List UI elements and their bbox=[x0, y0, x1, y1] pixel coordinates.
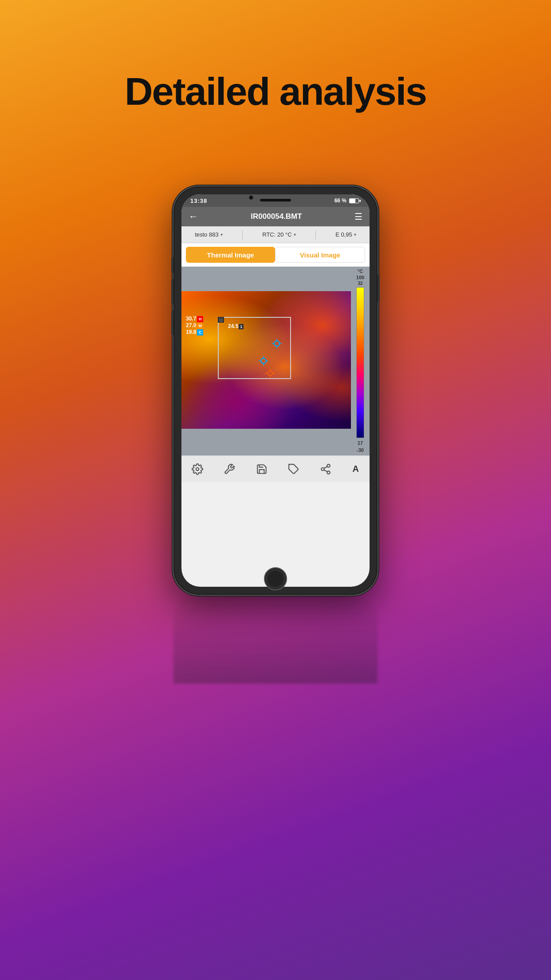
battery-percent: 66 % bbox=[335, 198, 346, 204]
battery-fill bbox=[350, 199, 355, 203]
crosshair-1 bbox=[272, 339, 282, 348]
save-button[interactable] bbox=[253, 460, 271, 478]
status-right: 66 % bbox=[335, 198, 361, 204]
app-header: ← IR000054.BMT ☰ bbox=[181, 207, 370, 226]
back-button[interactable]: ← bbox=[189, 211, 198, 222]
page-title: Detailed analysis bbox=[0, 69, 551, 114]
scale-top: 100 bbox=[356, 275, 364, 280]
svg-point-18 bbox=[322, 467, 325, 470]
volume-down-button bbox=[171, 311, 173, 335]
svg-point-17 bbox=[327, 464, 331, 467]
rtc-chevron-icon: ▾ bbox=[294, 232, 296, 237]
mute-button bbox=[171, 257, 173, 273]
rtc-selector[interactable]: RTC: 20 °C ▾ bbox=[262, 231, 295, 238]
spot-badge: 1 bbox=[239, 324, 244, 329]
home-button-inner bbox=[267, 570, 284, 588]
meas-box-label: □ bbox=[218, 317, 224, 323]
svg-point-15 bbox=[196, 467, 199, 470]
scale-bar: °C 100 32 17 -30 bbox=[351, 267, 370, 455]
svg-line-21 bbox=[324, 466, 327, 468]
temp-readings: 30.7H 27.0M 19.8C bbox=[186, 316, 203, 336]
svg-point-19 bbox=[327, 471, 331, 474]
svg-point-10 bbox=[268, 371, 272, 375]
device-label: testo 883 bbox=[195, 231, 219, 238]
temp-cold: 19.8C bbox=[186, 329, 203, 336]
emissivity-selector[interactable]: E 0,95 ▾ bbox=[335, 231, 356, 238]
settings-button[interactable] bbox=[189, 460, 206, 478]
power-button bbox=[378, 275, 380, 302]
tab-switcher: Thermal Image Visual Image bbox=[181, 243, 370, 267]
battery-icon bbox=[349, 198, 361, 203]
tab-visual[interactable]: Visual Image bbox=[275, 247, 365, 263]
temp-mid: 27.0M bbox=[186, 322, 203, 329]
image-top-gray bbox=[181, 267, 370, 291]
volume-up-button bbox=[171, 280, 173, 304]
scale-mid-upper: 32 bbox=[358, 281, 362, 286]
emissivity-label: E 0,95 bbox=[335, 231, 352, 238]
toolbar-row: testo 883 ▾ RTC: 20 °C ▾ E 0,95 ▾ bbox=[181, 226, 370, 243]
cold-badge: C bbox=[197, 329, 203, 336]
tab-thermal[interactable]: Thermal Image bbox=[186, 247, 275, 263]
phone-screen: 13:38 66 % ← IR000054.BMT ☰ bbox=[181, 194, 370, 587]
tools-button[interactable] bbox=[220, 460, 238, 478]
image-col: 30.7H 27.0M 19.8C □ bbox=[181, 267, 370, 455]
speaker bbox=[260, 199, 291, 202]
phone-shell: 13:38 66 % ← IR000054.BMT ☰ bbox=[173, 186, 378, 595]
scale-unit: °C bbox=[358, 269, 363, 274]
phone-reflection bbox=[173, 595, 378, 684]
thermal-image-wrapper: 30.7H 27.0M 19.8C □ bbox=[181, 291, 370, 429]
battery-body bbox=[349, 198, 359, 203]
front-camera bbox=[249, 195, 253, 200]
emissivity-chevron-icon: ▾ bbox=[354, 232, 356, 237]
crosshair-3 bbox=[265, 368, 275, 378]
rtc-label: RTC: 20 °C bbox=[262, 231, 291, 238]
image-bottom-gray bbox=[181, 429, 370, 455]
temp-high: 30.7H bbox=[186, 316, 203, 322]
auto-button[interactable]: A bbox=[349, 464, 362, 474]
header-title: IR000054.BMT bbox=[251, 212, 302, 221]
share-button[interactable] bbox=[317, 460, 335, 478]
battery-tip bbox=[359, 200, 361, 202]
mid-badge: M bbox=[197, 323, 203, 329]
device-chevron-icon: ▾ bbox=[220, 232, 223, 237]
bottom-toolbar: A bbox=[181, 455, 370, 482]
spot-reading: 24.51 bbox=[228, 323, 244, 329]
crosshair-2 bbox=[259, 356, 268, 366]
main-image-section: 30.7H 27.0M 19.8C □ bbox=[181, 267, 370, 455]
toolbar-separator-2 bbox=[315, 230, 316, 239]
device-selector[interactable]: testo 883 ▾ bbox=[195, 231, 223, 238]
menu-button[interactable]: ☰ bbox=[354, 211, 362, 222]
toolbar-separator-1 bbox=[242, 230, 243, 239]
scale-gradient bbox=[356, 287, 364, 438]
scale-bottom: -30 bbox=[357, 447, 364, 453]
status-time: 13:38 bbox=[190, 198, 207, 204]
page-background: Detailed analysis 13:38 66 % bbox=[0, 0, 551, 980]
home-button[interactable] bbox=[264, 567, 287, 590]
tag-button[interactable] bbox=[285, 460, 303, 478]
high-badge: H bbox=[197, 316, 203, 322]
svg-line-20 bbox=[324, 470, 327, 471]
scale-lower-mid: 17 bbox=[358, 440, 363, 446]
